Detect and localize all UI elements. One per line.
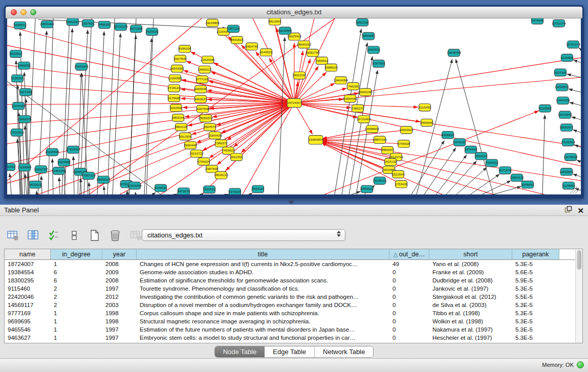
table-cell[interactable]: 14569117 <box>5 301 51 309</box>
table-cell[interactable]: 0 <box>389 293 429 301</box>
graph-node[interactable]: 12444154 <box>556 97 570 104</box>
table-cell[interactable]: Franke et al. (2009) <box>429 268 512 276</box>
graph-node[interactable]: 746266 <box>347 82 359 90</box>
graph-node[interactable]: 16720404 <box>357 116 371 123</box>
graph-node[interactable]: 18807243 <box>373 136 387 143</box>
float-panel-icon[interactable] <box>564 206 572 215</box>
column-header-pagerank[interactable]: pagerank <box>512 249 559 259</box>
graph-node[interactable]: 1733426 <box>395 181 408 188</box>
graph-node[interactable]: 1840954 <box>367 46 380 53</box>
table-cell[interactable]: 1 <box>51 317 102 325</box>
network-graph[interactable]: 1872400719384554818632893275051654396212… <box>7 18 581 194</box>
table-cell[interactable]: 1997 <box>102 325 137 334</box>
graph-node[interactable]: 18322037 <box>292 72 307 79</box>
graph-node[interactable]: 9884067 <box>381 146 394 154</box>
graph-node[interactable]: 2803144 <box>172 114 185 121</box>
graph-node[interactable]: 12093872 <box>555 83 569 91</box>
graph-node[interactable]: 11675533 <box>563 154 578 161</box>
table-cell[interactable]: 5.3E-5 <box>512 301 559 309</box>
table-cell[interactable]: 9115460 <box>5 285 51 293</box>
graph-node[interactable]: 17016514 <box>10 129 24 136</box>
table-cell[interactable]: 0 <box>389 268 429 276</box>
table-cell[interactable]: Structural magnetic resonance image aver… <box>137 317 389 325</box>
table-cell[interactable]: 5.3E-5 <box>512 317 559 325</box>
graph-node[interactable]: 16210722 <box>189 150 204 157</box>
table-cell[interactable]: Tibbo et al. (1998) <box>429 309 512 317</box>
table-cell[interactable]: Corpus callosum shape and size in male p… <box>137 309 389 317</box>
graph-node[interactable]: 3911591 <box>7 163 15 170</box>
table-vertical-scrollbar[interactable] <box>575 249 582 343</box>
graph-node[interactable]: 12093872 <box>559 168 574 176</box>
graph-node[interactable]: 17016514 <box>561 139 575 146</box>
graph-node[interactable]: 19218596 <box>278 27 292 34</box>
graph-node[interactable]: 10719135 <box>114 23 128 30</box>
graph-node[interactable]: 9097588 <box>58 159 71 166</box>
graph-node[interactable]: 11156869 <box>18 164 32 171</box>
graph-node[interactable]: 16543962 <box>170 65 184 72</box>
graph-node[interactable]: 1135051 <box>11 75 24 82</box>
table-row[interactable]: 1456911722003Disruption of a novel membe… <box>5 301 582 309</box>
table-cell[interactable]: 2008 <box>102 276 137 285</box>
graph-node[interactable]: 10653267 <box>66 18 80 26</box>
table-row[interactable]: 977716911998Corpus callosum shape and si… <box>5 309 582 317</box>
graph-node[interactable]: 3911591 <box>230 154 243 161</box>
tab-node-table[interactable]: Node Table <box>215 346 265 357</box>
graph-node[interactable]: 10688609 <box>365 125 379 133</box>
tab-edge-table[interactable]: Edge Table <box>265 346 314 357</box>
table-cell[interactable]: Dudbridge et al. (2008) <box>429 276 512 285</box>
table-cell[interactable]: 2 <box>51 301 102 309</box>
table-cell[interactable]: 1998 <box>102 317 137 325</box>
graph-node[interactable]: 12444154 <box>11 102 26 110</box>
table-cell[interactable]: Wolkin et al. (1998) <box>429 317 512 325</box>
graph-node[interactable]: 6479197 <box>229 188 242 194</box>
table-cell[interactable]: 0 <box>389 285 429 293</box>
table-cell[interactable]: 0 <box>389 276 429 285</box>
table-cell[interactable]: 1997 <box>102 334 137 342</box>
graph-node[interactable]: 8912954 <box>179 133 192 140</box>
graph-node[interactable]: 19404390 <box>334 77 348 84</box>
delete-table-button[interactable] <box>128 227 143 244</box>
graph-node[interactable]: 4671358 <box>130 25 143 32</box>
graph-node[interactable]: 7357224 <box>227 25 240 32</box>
column-header-in_degree[interactable]: in_degree <box>51 249 102 259</box>
graph-node[interactable]: 8471676 <box>178 188 190 194</box>
graph-node[interactable]: 8990448 <box>184 142 197 149</box>
table-cell[interactable]: 2 <box>51 293 102 301</box>
table-cell[interactable]: Jankovic et al. (1997) <box>429 285 512 293</box>
graph-node[interactable]: 6794024 <box>198 158 210 165</box>
table-row[interactable]: 946554611997Estimation of the future num… <box>5 325 582 334</box>
graph-node[interactable]: 9245652 <box>521 181 534 188</box>
table-cell[interactable]: 0 <box>389 301 429 309</box>
graph-node[interactable]: 6497568 <box>197 105 209 113</box>
table-cell[interactable]: Nakamura et al. (1997) <box>429 325 512 334</box>
table-settings-button[interactable] <box>5 227 20 244</box>
graph-node[interactable]: 7532621 <box>486 159 498 166</box>
select-all-columns-button[interactable] <box>46 227 61 244</box>
graph-node[interactable]: 9474444 <box>531 18 544 24</box>
table-cell[interactable]: Estimation of the future numbers of pati… <box>137 325 389 334</box>
graph-node[interactable]: 23364436 <box>343 95 357 102</box>
tab-network-table[interactable]: Network Table <box>314 346 373 357</box>
show-rows-button[interactable] <box>67 227 82 244</box>
table-row[interactable]: 2242004622012Investigating the contribut… <box>5 293 582 301</box>
graph-node[interactable]: 16210643 <box>558 111 572 118</box>
table-cell[interactable]: 1 <box>51 334 102 342</box>
graph-node[interactable]: 2522544 <box>392 170 405 178</box>
graph-node[interactable]: 19384554 <box>309 136 323 144</box>
table-row[interactable]: 1938455462009Genome-wide association stu… <box>5 268 582 276</box>
network-canvas[interactable]: 1872400719384554818632893275051654396212… <box>7 18 581 194</box>
graph-node[interactable]: 1167553 <box>373 60 385 67</box>
graph-node[interactable]: 9245652 <box>155 184 167 191</box>
graph-node[interactable]: 16648784 <box>447 49 461 56</box>
table-cell[interactable]: Hescheler et al. (1997) <box>429 334 512 342</box>
graph-node[interactable]: 7532621 <box>203 186 216 193</box>
graph-node[interactable]: 8471676 <box>499 167 512 174</box>
table-cell[interactable]: 19384554 <box>5 268 51 276</box>
table-cell[interactable]: 18300295 <box>5 276 51 285</box>
graph-node[interactable]: 15751074 <box>552 19 566 27</box>
table-cell[interactable]: 9777169 <box>5 309 51 317</box>
graph-node[interactable]: 6466160 <box>98 21 111 28</box>
table-cell[interactable]: 0 <box>389 317 429 325</box>
graph-node[interactable]: 12260581 <box>168 75 182 82</box>
table-cell[interactable]: 5.5E-5 <box>512 293 559 301</box>
